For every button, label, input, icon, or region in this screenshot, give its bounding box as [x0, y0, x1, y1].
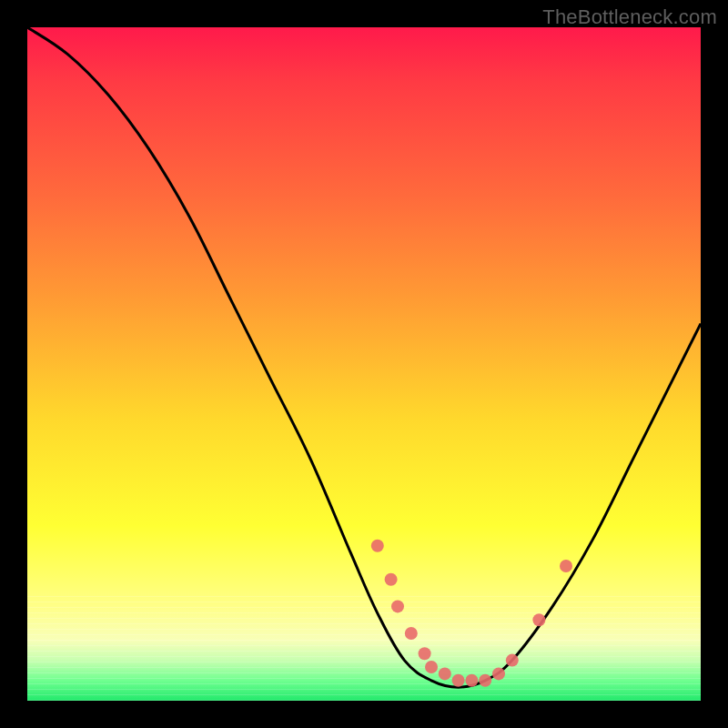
attribution-label: TheBottleneck.com [542, 5, 717, 29]
plot-area [27, 27, 701, 701]
heat-gradient [27, 27, 701, 701]
chart-frame: TheBottleneck.com [0, 0, 728, 728]
